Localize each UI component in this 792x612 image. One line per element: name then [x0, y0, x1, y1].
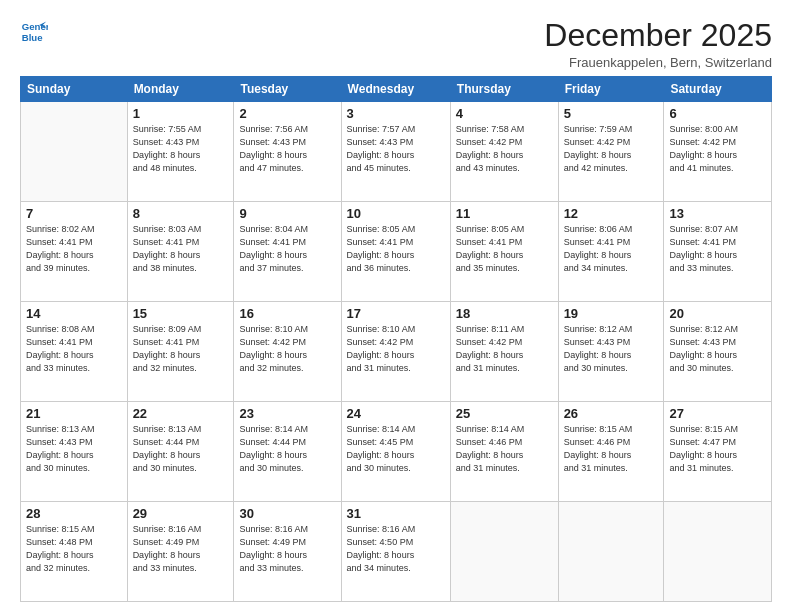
day-number: 6	[669, 106, 766, 121]
cell-info: Sunrise: 8:06 AMSunset: 4:41 PMDaylight:…	[564, 223, 659, 275]
day-number: 22	[133, 406, 229, 421]
location: Frauenkappelen, Bern, Switzerland	[544, 55, 772, 70]
cell-info: Sunrise: 8:03 AMSunset: 4:41 PMDaylight:…	[133, 223, 229, 275]
col-header-wednesday: Wednesday	[341, 77, 450, 102]
calendar-cell: 17Sunrise: 8:10 AMSunset: 4:42 PMDayligh…	[341, 302, 450, 402]
day-number: 16	[239, 306, 335, 321]
cell-info: Sunrise: 8:14 AMSunset: 4:45 PMDaylight:…	[347, 423, 445, 475]
calendar-cell: 24Sunrise: 8:14 AMSunset: 4:45 PMDayligh…	[341, 402, 450, 502]
calendar-cell: 18Sunrise: 8:11 AMSunset: 4:42 PMDayligh…	[450, 302, 558, 402]
col-header-friday: Friday	[558, 77, 664, 102]
calendar-cell: 8Sunrise: 8:03 AMSunset: 4:41 PMDaylight…	[127, 202, 234, 302]
cell-info: Sunrise: 8:00 AMSunset: 4:42 PMDaylight:…	[669, 123, 766, 175]
cell-info: Sunrise: 8:13 AMSunset: 4:43 PMDaylight:…	[26, 423, 122, 475]
cell-info: Sunrise: 8:08 AMSunset: 4:41 PMDaylight:…	[26, 323, 122, 375]
calendar-cell: 11Sunrise: 8:05 AMSunset: 4:41 PMDayligh…	[450, 202, 558, 302]
day-number: 19	[564, 306, 659, 321]
calendar-cell	[558, 502, 664, 602]
logo: General Blue	[20, 18, 48, 46]
calendar-cell: 9Sunrise: 8:04 AMSunset: 4:41 PMDaylight…	[234, 202, 341, 302]
calendar-cell: 5Sunrise: 7:59 AMSunset: 4:42 PMDaylight…	[558, 102, 664, 202]
day-number: 27	[669, 406, 766, 421]
day-number: 7	[26, 206, 122, 221]
calendar-cell: 23Sunrise: 8:14 AMSunset: 4:44 PMDayligh…	[234, 402, 341, 502]
week-row-4: 21Sunrise: 8:13 AMSunset: 4:43 PMDayligh…	[21, 402, 772, 502]
day-number: 23	[239, 406, 335, 421]
week-row-3: 14Sunrise: 8:08 AMSunset: 4:41 PMDayligh…	[21, 302, 772, 402]
calendar-cell: 28Sunrise: 8:15 AMSunset: 4:48 PMDayligh…	[21, 502, 128, 602]
calendar-cell: 26Sunrise: 8:15 AMSunset: 4:46 PMDayligh…	[558, 402, 664, 502]
cell-info: Sunrise: 7:56 AMSunset: 4:43 PMDaylight:…	[239, 123, 335, 175]
col-header-saturday: Saturday	[664, 77, 772, 102]
cell-info: Sunrise: 8:16 AMSunset: 4:49 PMDaylight:…	[133, 523, 229, 575]
calendar-cell: 6Sunrise: 8:00 AMSunset: 4:42 PMDaylight…	[664, 102, 772, 202]
calendar-cell: 29Sunrise: 8:16 AMSunset: 4:49 PMDayligh…	[127, 502, 234, 602]
day-number: 11	[456, 206, 553, 221]
day-number: 12	[564, 206, 659, 221]
day-number: 14	[26, 306, 122, 321]
calendar-cell: 20Sunrise: 8:12 AMSunset: 4:43 PMDayligh…	[664, 302, 772, 402]
day-number: 25	[456, 406, 553, 421]
col-header-tuesday: Tuesday	[234, 77, 341, 102]
calendar-cell: 25Sunrise: 8:14 AMSunset: 4:46 PMDayligh…	[450, 402, 558, 502]
day-number: 26	[564, 406, 659, 421]
calendar-cell: 31Sunrise: 8:16 AMSunset: 4:50 PMDayligh…	[341, 502, 450, 602]
calendar-cell: 22Sunrise: 8:13 AMSunset: 4:44 PMDayligh…	[127, 402, 234, 502]
calendar-table: SundayMondayTuesdayWednesdayThursdayFrid…	[20, 76, 772, 602]
month-title: December 2025	[544, 18, 772, 53]
header-row: SundayMondayTuesdayWednesdayThursdayFrid…	[21, 77, 772, 102]
day-number: 1	[133, 106, 229, 121]
day-number: 2	[239, 106, 335, 121]
cell-info: Sunrise: 7:55 AMSunset: 4:43 PMDaylight:…	[133, 123, 229, 175]
calendar-cell: 19Sunrise: 8:12 AMSunset: 4:43 PMDayligh…	[558, 302, 664, 402]
calendar-page: General Blue December 2025 Frauenkappele…	[0, 0, 792, 612]
calendar-cell	[450, 502, 558, 602]
calendar-cell: 1Sunrise: 7:55 AMSunset: 4:43 PMDaylight…	[127, 102, 234, 202]
cell-info: Sunrise: 8:04 AMSunset: 4:41 PMDaylight:…	[239, 223, 335, 275]
day-number: 18	[456, 306, 553, 321]
calendar-cell: 15Sunrise: 8:09 AMSunset: 4:41 PMDayligh…	[127, 302, 234, 402]
cell-info: Sunrise: 8:16 AMSunset: 4:49 PMDaylight:…	[239, 523, 335, 575]
day-number: 3	[347, 106, 445, 121]
calendar-cell: 4Sunrise: 7:58 AMSunset: 4:42 PMDaylight…	[450, 102, 558, 202]
header: General Blue December 2025 Frauenkappele…	[20, 18, 772, 70]
calendar-cell: 16Sunrise: 8:10 AMSunset: 4:42 PMDayligh…	[234, 302, 341, 402]
week-row-5: 28Sunrise: 8:15 AMSunset: 4:48 PMDayligh…	[21, 502, 772, 602]
day-number: 4	[456, 106, 553, 121]
cell-info: Sunrise: 8:07 AMSunset: 4:41 PMDaylight:…	[669, 223, 766, 275]
cell-info: Sunrise: 8:16 AMSunset: 4:50 PMDaylight:…	[347, 523, 445, 575]
svg-text:Blue: Blue	[22, 32, 43, 43]
day-number: 28	[26, 506, 122, 521]
day-number: 21	[26, 406, 122, 421]
col-header-sunday: Sunday	[21, 77, 128, 102]
cell-info: Sunrise: 8:13 AMSunset: 4:44 PMDaylight:…	[133, 423, 229, 475]
day-number: 29	[133, 506, 229, 521]
cell-info: Sunrise: 8:14 AMSunset: 4:44 PMDaylight:…	[239, 423, 335, 475]
cell-info: Sunrise: 8:15 AMSunset: 4:46 PMDaylight:…	[564, 423, 659, 475]
cell-info: Sunrise: 8:10 AMSunset: 4:42 PMDaylight:…	[239, 323, 335, 375]
cell-info: Sunrise: 8:15 AMSunset: 4:48 PMDaylight:…	[26, 523, 122, 575]
cell-info: Sunrise: 8:10 AMSunset: 4:42 PMDaylight:…	[347, 323, 445, 375]
day-number: 17	[347, 306, 445, 321]
calendar-cell	[664, 502, 772, 602]
cell-info: Sunrise: 8:09 AMSunset: 4:41 PMDaylight:…	[133, 323, 229, 375]
calendar-cell: 13Sunrise: 8:07 AMSunset: 4:41 PMDayligh…	[664, 202, 772, 302]
calendar-cell: 7Sunrise: 8:02 AMSunset: 4:41 PMDaylight…	[21, 202, 128, 302]
calendar-cell	[21, 102, 128, 202]
calendar-cell: 3Sunrise: 7:57 AMSunset: 4:43 PMDaylight…	[341, 102, 450, 202]
day-number: 9	[239, 206, 335, 221]
calendar-cell: 12Sunrise: 8:06 AMSunset: 4:41 PMDayligh…	[558, 202, 664, 302]
col-header-thursday: Thursday	[450, 77, 558, 102]
day-number: 20	[669, 306, 766, 321]
cell-info: Sunrise: 8:14 AMSunset: 4:46 PMDaylight:…	[456, 423, 553, 475]
calendar-cell: 2Sunrise: 7:56 AMSunset: 4:43 PMDaylight…	[234, 102, 341, 202]
cell-info: Sunrise: 7:59 AMSunset: 4:42 PMDaylight:…	[564, 123, 659, 175]
day-number: 31	[347, 506, 445, 521]
cell-info: Sunrise: 7:57 AMSunset: 4:43 PMDaylight:…	[347, 123, 445, 175]
title-block: December 2025 Frauenkappelen, Bern, Swit…	[544, 18, 772, 70]
week-row-1: 1Sunrise: 7:55 AMSunset: 4:43 PMDaylight…	[21, 102, 772, 202]
cell-info: Sunrise: 8:11 AMSunset: 4:42 PMDaylight:…	[456, 323, 553, 375]
day-number: 13	[669, 206, 766, 221]
day-number: 8	[133, 206, 229, 221]
day-number: 24	[347, 406, 445, 421]
